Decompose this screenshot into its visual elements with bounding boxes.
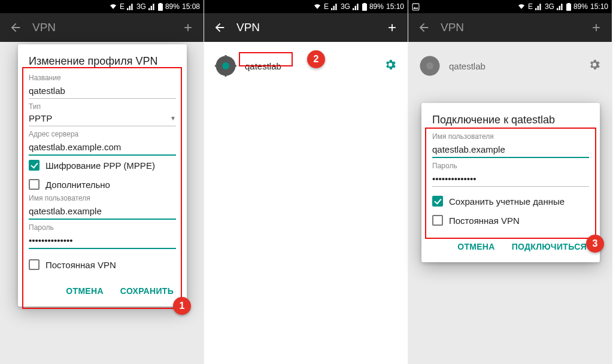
checkbox-icon — [432, 196, 443, 207]
checkbox-icon — [29, 160, 40, 171]
always-vpn-checkbox[interactable]: Постоянная VPN — [29, 255, 176, 274]
appbar-title: VPN — [26, 21, 177, 34]
svg-rect-10 — [412, 4, 419, 10]
appbar-title: VPN — [230, 21, 381, 34]
signal-icon — [557, 3, 564, 10]
add-icon[interactable]: + — [585, 17, 607, 38]
advanced-checkbox[interactable]: Дополнительно — [29, 175, 176, 194]
status-time: 15:10 — [386, 2, 404, 11]
advanced-label: Дополнительно — [45, 180, 110, 190]
type-select[interactable]: PPTP ▼ — [29, 111, 176, 126]
back-icon[interactable] — [5, 17, 26, 38]
cancel-button[interactable]: ОТМЕНА — [455, 237, 497, 256]
dialog-actions: ОТМЕНА СОХРАНИТЬ — [29, 281, 176, 301]
appbar-title: VPN — [435, 21, 585, 34]
edge-label: E — [120, 2, 125, 11]
always-vpn-checkbox[interactable]: Постоянная VPN — [432, 211, 589, 230]
phone-screen-2: E 3G 89% 15:10 VPN + qatestlab 2 — [204, 0, 408, 364]
signal-icon — [127, 3, 134, 10]
svg-point-14 — [426, 62, 433, 69]
checkbox-icon — [29, 259, 40, 270]
signal-icon — [535, 3, 542, 10]
battery-icon — [566, 3, 571, 11]
svg-rect-0 — [158, 4, 163, 11]
status-time: 15:08 — [182, 2, 200, 11]
name-input[interactable] — [29, 82, 176, 99]
back-icon[interactable] — [209, 17, 230, 38]
svg-rect-2 — [362, 4, 367, 11]
svg-rect-6 — [225, 55, 227, 59]
svg-rect-9 — [233, 65, 236, 67]
app-bar: VPN + — [0, 13, 204, 42]
checkbox-icon — [432, 215, 443, 226]
svg-rect-8 — [215, 65, 219, 67]
always-label: Постоянная VPN — [449, 216, 520, 226]
always-label: Постоянная VPN — [45, 260, 116, 270]
phone-screen-3: E 3G 89% 15:10 VPN + qatestlab Подключен… — [408, 0, 612, 364]
battery-icon — [362, 3, 367, 11]
type-label: Тип — [29, 102, 176, 111]
user-label: Имя пользователя — [432, 132, 589, 141]
back-icon[interactable] — [413, 17, 435, 38]
signal-icon — [353, 3, 360, 10]
edge-label: E — [324, 2, 329, 11]
connect-button[interactable]: ПОДКЛЮЧИТЬСЯ — [509, 237, 589, 256]
vpn-list-item[interactable]: qatestlab — [418, 48, 602, 84]
save-creds-label: Сохранить учетные данные — [449, 196, 565, 207]
status-bar: E 3G 89% 15:08 — [0, 0, 204, 13]
image-icon — [412, 3, 420, 11]
pass-label: Пароль — [432, 162, 589, 170]
svg-rect-1 — [159, 3, 162, 4]
save-creds-checkbox[interactable]: Сохранить учетные данные — [432, 192, 589, 211]
vpn-name: qatestlab — [449, 61, 579, 71]
svg-rect-12 — [568, 3, 570, 4]
wifi-icon — [517, 3, 526, 10]
vpn-list-item[interactable]: qatestlab — [214, 48, 398, 84]
profile-gear-icon — [419, 55, 441, 77]
add-icon[interactable]: + — [381, 17, 403, 38]
mppe-label: Шифрование PPP (MPPE) — [45, 160, 155, 171]
dropdown-icon: ▼ — [170, 115, 176, 122]
svg-rect-11 — [566, 4, 571, 11]
status-bar: E 3G 89% 15:10 — [408, 0, 612, 13]
battery-pct: 89% — [369, 2, 384, 11]
signal-icon — [148, 3, 156, 10]
server-input[interactable] — [29, 138, 176, 156]
wifi-icon — [313, 3, 321, 10]
dialog-title: Изменение профиля VPN — [29, 55, 176, 68]
pass-input[interactable] — [432, 170, 589, 187]
svg-rect-3 — [363, 3, 366, 4]
pass-label: Пароль — [29, 223, 176, 232]
type-value: PPTP — [29, 113, 170, 123]
battery-pct: 89% — [165, 2, 180, 11]
user-input[interactable] — [29, 202, 176, 220]
phone-screen-1: E 3G 89% 15:08 VPN + Изменение профиля V… — [0, 0, 204, 364]
edge-label: E — [528, 2, 533, 11]
cancel-button[interactable]: ОТМЕНА — [63, 281, 105, 301]
pass-input[interactable] — [29, 232, 176, 249]
signal-icon — [331, 3, 338, 10]
battery-pct: 89% — [573, 2, 588, 11]
connect-vpn-dialog: Подключение к qatestlab Имя пользователя… — [421, 103, 600, 262]
content-area: qatestlab — [204, 42, 408, 364]
name-label: Название — [29, 74, 176, 82]
wifi-icon — [109, 3, 117, 10]
network-label: 3G — [545, 2, 554, 11]
save-button[interactable]: СОХРАНИТЬ — [118, 281, 176, 301]
dialog-actions: ОТМЕНА ПОДКЛЮЧИТЬСЯ — [432, 237, 589, 256]
mppe-checkbox[interactable]: Шифрование PPP (MPPE) — [29, 156, 176, 175]
server-label: Адрес сервера — [29, 130, 176, 138]
network-label: 3G — [341, 2, 350, 11]
svg-rect-7 — [225, 73, 227, 77]
settings-gear-icon[interactable] — [384, 58, 397, 74]
status-bar: E 3G 89% 15:10 — [204, 0, 408, 13]
app-bar: VPN + — [204, 13, 408, 42]
user-input[interactable] — [432, 141, 589, 158]
checkbox-icon — [29, 179, 40, 190]
settings-gear-icon[interactable] — [588, 58, 601, 74]
add-icon[interactable]: + — [177, 17, 199, 38]
battery-icon — [158, 3, 163, 11]
svg-point-5 — [222, 62, 229, 69]
network-label: 3G — [136, 2, 146, 11]
edit-vpn-dialog: Изменение профиля VPN Название Тип PPTP … — [18, 44, 187, 307]
